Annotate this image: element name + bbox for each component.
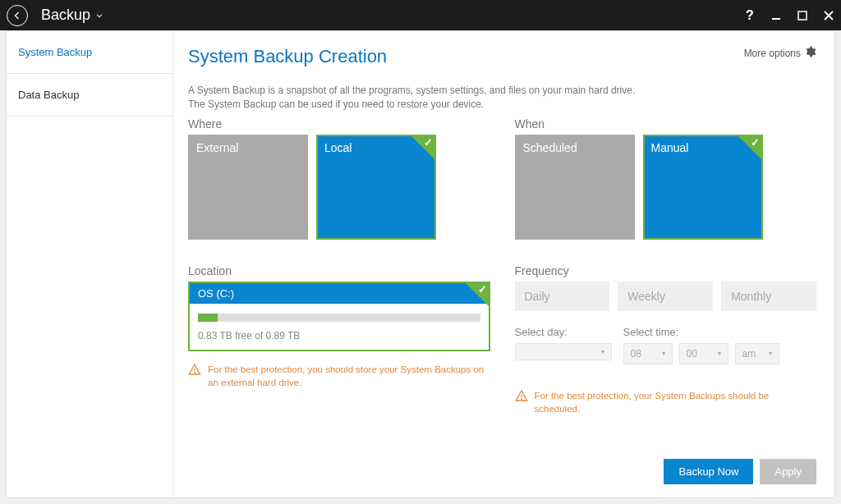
minute-dropdown[interactable]: 00 ▾ (679, 343, 728, 364)
frequency-monthly[interactable]: Monthly (721, 282, 816, 311)
select-day-dropdown[interactable]: ▾ (515, 343, 612, 360)
checkmark-icon (466, 283, 489, 306)
select-day-field: Select day: ▾ (515, 326, 612, 364)
checkmark-icon (411, 136, 434, 159)
sidebar-item-label: System Backup (18, 46, 92, 58)
titlebar: Backup ? (0, 0, 841, 30)
apply-button[interactable]: Apply (760, 459, 816, 484)
window-controls: ? (744, 10, 834, 21)
select-time-label: Select time: (623, 326, 779, 338)
backup-now-button[interactable]: Backup Now (664, 459, 753, 484)
disk-free-text: 0.83 TB free of 0.89 TB (198, 330, 480, 341)
frequency-weekly[interactable]: Weekly (618, 282, 713, 311)
tile-external[interactable]: External (188, 135, 308, 240)
location-label: Location (188, 264, 490, 277)
svg-point-3 (195, 372, 195, 373)
chevron-down-icon: ▾ (662, 350, 665, 357)
help-icon[interactable]: ? (744, 10, 756, 21)
frequency-daily[interactable]: Daily (515, 282, 610, 311)
select-time-field: Select time: 08 ▾ 00 ▾ (623, 326, 779, 364)
ampm-value: am (742, 348, 756, 360)
main-panel: System Backup Creation More options A Sy… (173, 31, 834, 497)
svg-point-5 (521, 398, 522, 399)
maximize-icon[interactable] (797, 10, 808, 21)
minimize-icon[interactable] (770, 10, 782, 21)
gear-icon (805, 46, 816, 60)
disk-usage-fill (198, 314, 218, 322)
button-label: Apply (774, 465, 802, 478)
frequency-label: Frequency (515, 264, 817, 277)
freq-label: Weekly (627, 290, 665, 303)
chevron-down-icon: ▾ (718, 350, 721, 357)
when-label: When (515, 117, 817, 131)
svg-rect-1 (798, 11, 807, 20)
location-section: Location OS (C:) 0.83 TB free of 0.89 TB (188, 264, 490, 389)
tile-label: External (196, 141, 238, 154)
hour-value: 08 (631, 348, 641, 360)
warning-text: For the best protection, you should stor… (208, 363, 490, 389)
tile-manual[interactable]: Manual (643, 135, 763, 240)
sidebar: System Backup Data Backup (7, 31, 173, 497)
where-label: Where (188, 117, 490, 131)
frequency-warning: For the best protection, your System Bac… (515, 389, 817, 415)
warning-icon (188, 363, 201, 376)
freq-label: Daily (525, 290, 550, 303)
sidebar-item-data-backup[interactable]: Data Backup (7, 74, 172, 117)
app-frame: System Backup Data Backup System Backup … (6, 30, 835, 498)
warning-icon (515, 389, 528, 402)
location-warning: For the best protection, you should stor… (188, 363, 490, 389)
chevron-down-icon: ▾ (601, 348, 604, 355)
frequency-section: Frequency Daily Weekly Monthly (515, 264, 817, 415)
app-title: Backup (41, 7, 90, 24)
where-column: Where External Local Location OS (C:) (188, 117, 490, 415)
sidebar-item-label: Data Backup (18, 89, 79, 101)
when-column: When Scheduled Manual Frequency Daily (515, 117, 817, 415)
warning-text: For the best protection, your System Bac… (535, 389, 817, 415)
more-options-button[interactable]: More options (744, 46, 816, 60)
tile-label: Local (324, 141, 352, 154)
chevron-down-icon: ▾ (769, 350, 772, 357)
button-label: Backup Now (678, 465, 738, 478)
select-day-label: Select day: (515, 326, 612, 338)
tile-scheduled[interactable]: Scheduled (515, 135, 635, 240)
disk-usage-bar (198, 314, 480, 322)
more-options-label: More options (744, 48, 801, 59)
description-line1: A System Backup is a snapshot of all the… (188, 85, 635, 96)
minute-value: 00 (687, 348, 697, 360)
tile-label: Manual (651, 141, 689, 154)
action-buttons: Backup Now Apply (664, 459, 816, 484)
ampm-dropdown[interactable]: am ▾ (735, 343, 779, 364)
hour-dropdown[interactable]: 08 ▾ (623, 343, 673, 364)
sidebar-item-system-backup[interactable]: System Backup (7, 31, 172, 74)
location-drive: OS (C:) (190, 283, 489, 304)
freq-label: Monthly (731, 290, 771, 303)
title-dropdown-icon[interactable] (95, 11, 103, 20)
close-icon[interactable] (823, 10, 834, 21)
location-box[interactable]: OS (C:) 0.83 TB free of 0.89 TB (188, 282, 490, 351)
checkmark-icon (738, 136, 761, 159)
back-button[interactable] (7, 5, 28, 26)
tile-local[interactable]: Local (316, 135, 436, 240)
svg-rect-0 (772, 18, 780, 20)
description-text: A System Backup is a snapshot of all the… (188, 84, 816, 112)
page-title: System Backup Creation (188, 46, 744, 67)
main-header: System Backup Creation More options (188, 46, 816, 67)
description-line2: The System Backup can be used if you nee… (188, 99, 484, 110)
tile-label: Scheduled (523, 141, 577, 154)
